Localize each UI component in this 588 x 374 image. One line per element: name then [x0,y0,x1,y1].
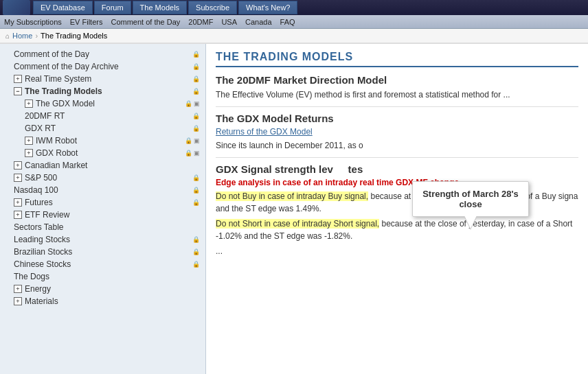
lock-icon: 🔒 [192,51,200,58]
section-text-line2: Do not Short in case of intraday Short s… [216,218,578,242]
sidebar-item-sectors-table[interactable]: Sectors Table [0,221,205,233]
section-text-gdx-returns: Since its launch in December 2011, as o [216,139,578,152]
sidebar-item-real-time[interactable]: + Real Time System 🔒 [0,73,205,85]
sec-nav-filters[interactable]: EV Filters [70,18,103,26]
divider-1 [216,106,578,107]
breadcrumb: ⌂ Home › The Trading Models [0,29,588,43]
sidebar-item-leading-stocks[interactable]: Leading Stocks 🔒 [0,233,205,246]
lock-icon-13: 🔒 [192,236,200,243]
section-title-gdx-returns: The GDX Model Returns [216,113,578,124]
sec-nav-comment[interactable]: Comment of the Day [111,18,180,26]
tooltip-bubble: Strength of March 28's close [412,181,529,217]
sidebar-item-energy[interactable]: + Energy [0,283,205,295]
lock-icon-5: 🔒 [185,100,192,107]
sidebar-item-20dmf-rt[interactable]: 20DMF RT 🔒 [0,110,205,122]
sec-nav-subscriptions[interactable]: My Subscriptions [4,18,62,26]
section-ellipsis: ... [216,245,578,257]
main-layout: Comment of the Day 🔒 Comment of the Day … [0,44,588,374]
nav-tab-forum[interactable]: Forum [94,1,131,14]
expand-icon-5[interactable]: + [14,161,22,170]
sidebar-item-the-dogs[interactable]: The Dogs [0,270,205,283]
sidebar-item-comment-archive[interactable]: Comment of the Day Archive 🔒 [0,60,205,73]
sidebar-item-etf-review[interactable]: + ETF Review [0,209,205,221]
page-title: THE TRADING MODELS [216,51,578,67]
nav-tab-ev-database[interactable]: EV Database [33,1,93,14]
breadcrumb-home[interactable]: Home [12,32,32,40]
sidebar-item-sp500[interactable]: + S&P 500 🔒 [0,172,205,184]
tooltip-arrow-inner [464,215,477,229]
expand-icon-10[interactable]: + [14,297,22,305]
sidebar-item-canadian-market[interactable]: + Canadian Market [0,159,205,172]
expand-icon-6[interactable]: + [14,174,22,182]
highlight-line1: Do not Buy in case of intraday Buy signa… [216,191,368,201]
content-area: THE TRADING MODELS The 20DMF Market Dire… [206,44,588,374]
sidebar-item-futures[interactable]: + Futures 🔒 [0,196,205,209]
sec-nav-canada[interactable]: Canada [245,18,272,26]
lock-icon-15: 🔒 [192,261,200,268]
lock-icon-2: 🔒 [192,63,200,70]
sidebar-item-gdx-model[interactable]: + The GDX Model 🔒 ▣ [0,97,205,110]
top-navigation: EV Database Forum The Models Subscribe W… [0,0,588,15]
expand-icon-3[interactable]: + [25,137,33,145]
expand-icon-4[interactable]: + [25,149,33,157]
sidebar-item-comment-of-day[interactable]: Comment of the Day 🔒 [0,48,205,60]
sidebar-item-iwm-robot[interactable]: + IWM Robot 🔒 ▣ [0,135,205,147]
lock-icon-14: 🔒 [192,248,200,255]
divider-2 [216,157,578,158]
tooltip-text: Strength of March 28's close [422,189,519,209]
lock-icon-4: 🔒 [192,88,200,95]
breadcrumb-separator: › [35,32,38,40]
lock-icon-10: 🔒 [192,174,200,181]
expand-icon-7[interactable]: + [14,198,22,207]
section-title-gdx-signal: GDX Signal strength levtestes [216,163,578,175]
nav-tab-whats-new[interactable]: What's New? [238,1,297,14]
special-icon-2: ▣ [194,137,200,144]
sidebar-item-nasdaq100[interactable]: Nasdaq 100 🔒 [0,184,205,196]
collapse-icon[interactable]: − [14,87,22,95]
lock-icon-3: 🔒 [192,75,200,82]
section-text-20dmf: The Effective Volume (EV) method is firs… [216,89,578,101]
lock-icon-6: 🔒 [192,113,200,119]
lock-icon-7: 🔒 [192,125,200,132]
special-icon-3: ▣ [194,150,200,156]
nav-tab-subscribe[interactable]: Subscribe [188,1,237,14]
sidebar-item-chinese-stocks[interactable]: Chinese Stocks 🔒 [0,258,205,270]
expand-icon-8[interactable]: + [14,211,22,219]
expand-icon-9[interactable]: + [14,285,22,293]
secondary-navigation: My Subscriptions EV Filters Comment of t… [0,15,588,29]
sidebar-item-brazilian-stocks[interactable]: Brazilian Stocks 🔒 [0,246,205,258]
sidebar-item-gdx-rt[interactable]: GDX RT 🔒 [0,122,205,135]
sidebar-item-materials[interactable]: + Materials [0,295,205,307]
home-icon: ⌂ [5,32,10,40]
sidebar-item-trading-models[interactable]: − The Trading Models 🔒 [0,85,205,97]
special-icon: ▣ [194,100,200,107]
section-title-20dmf: The 20DMF Market Direction Model [216,74,578,86]
lock-icon-8: 🔒 [185,137,192,144]
lock-icon-11: 🔒 [192,187,200,194]
lock-icon-9: 🔒 [185,150,192,156]
highlight-line2: Do not Short in case of intraday Short s… [216,219,379,229]
sidebar: Comment of the Day 🔒 Comment of the Day … [0,44,206,374]
sec-nav-faq[interactable]: FAQ [280,18,295,26]
sec-nav-20dmf[interactable]: 20DMF [188,18,213,26]
sidebar-item-gdx-robot[interactable]: + GDX Robot 🔒 ▣ [0,147,205,159]
breadcrumb-current: The Trading Models [41,32,107,40]
expand-icon-2[interactable]: + [25,100,33,108]
expand-icon[interactable]: + [14,75,22,83]
section-link-gdx-returns[interactable]: Returns of the GDX Model [216,127,578,137]
nav-tab-models[interactable]: The Models [133,1,187,14]
sec-nav-usa[interactable]: USA [221,18,237,26]
lock-icon-12: 🔒 [192,199,200,206]
site-logo [3,0,30,15]
